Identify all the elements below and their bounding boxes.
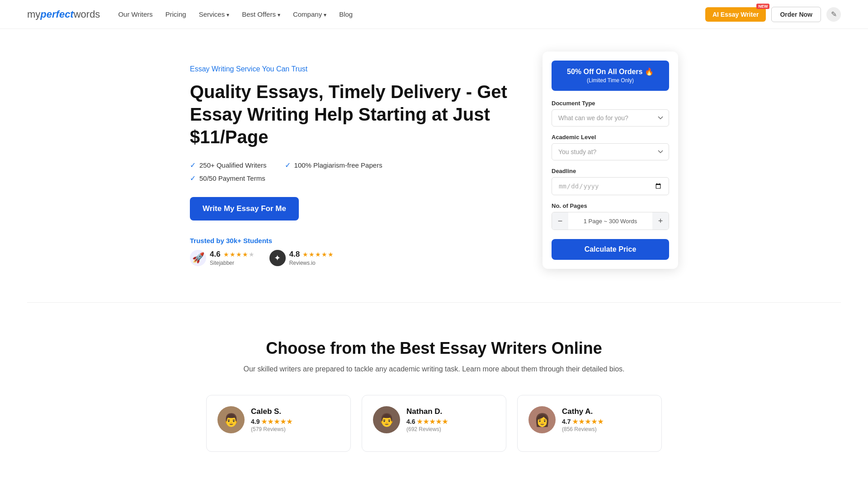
nav-best-offers[interactable]: Best Offers — [242, 10, 280, 18]
deadline-input[interactable] — [552, 177, 669, 195]
writer-header: 👨 Nathan D. 4.6 ★★★★★ (692 Reviews) — [373, 406, 495, 433]
trusted-text: Trusted by 30k+ Students — [190, 237, 524, 244]
writers-section: Choose from the Best Essay Writers Onlin… — [0, 312, 868, 479]
nav-actions: AI Essay Writer NEW Order Now ✎ — [705, 7, 841, 22]
reviewsio-score: 4.8 — [289, 250, 300, 259]
hero-features: ✓ 250+ Qualified Writers ✓ 100% Plagiari… — [190, 161, 524, 183]
check-icon-1: ✓ — [190, 161, 196, 169]
writer-rating: 4.6 ★★★★★ — [406, 418, 448, 425]
writer-stars: ★★★★★ — [261, 418, 293, 425]
hero-feature-row-1: ✓ 250+ Qualified Writers ✓ 100% Plagiari… — [190, 161, 524, 169]
nav-company[interactable]: Company — [293, 10, 326, 18]
writer-reviews: (579 Reviews) — [251, 426, 293, 432]
academic-level-group: Academic Level You study at? — [552, 134, 669, 160]
pages-label: No. of Pages — [552, 202, 669, 209]
writer-card: 👨 Nathan D. 4.6 ★★★★★ (692 Reviews) — [362, 395, 506, 452]
best-offers-chevron-icon — [278, 10, 280, 18]
reviewsio-name: Reviews.io — [289, 260, 335, 266]
calculate-price-button[interactable]: Calculate Price — [552, 239, 669, 260]
hero-feature-2: ✓ 100% Plagiarism-free Papers — [285, 161, 382, 169]
avatar: 👨 — [217, 406, 245, 433]
writer-reviews: (692 Reviews) — [406, 426, 448, 432]
doc-type-label: Document Type — [552, 100, 669, 107]
writer-stars: ★★★★★ — [572, 418, 604, 425]
pages-plus-button[interactable]: + — [652, 212, 669, 230]
ratings: 🚀 4.6 ★★★★★ Sitejabber ✦ 4.8 — [190, 250, 524, 266]
writers-title: Choose from the Best Essay Writers Onlin… — [27, 339, 841, 358]
rating-sitejabber: 🚀 4.6 ★★★★★ Sitejabber — [190, 250, 255, 266]
nav-pricing[interactable]: Pricing — [165, 10, 186, 18]
deadline-group: Deadline — [552, 168, 669, 195]
hero-section: Essay Writing Service You Can Trust Qual… — [163, 29, 705, 293]
sitejabber-name: Sitejabber — [210, 260, 255, 266]
pages-control: − 1 Page ~ 300 Words + — [552, 212, 669, 230]
writers-grid: 👨 Caleb S. 4.9 ★★★★★ (579 Reviews) 👨 Nat… — [27, 395, 841, 452]
services-chevron-icon — [226, 10, 229, 18]
deadline-label: Deadline — [552, 168, 669, 174]
hero-content: Essay Writing Service You Can Trust Qual… — [190, 56, 524, 275]
writer-reviews: (856 Reviews) — [562, 426, 604, 432]
write-my-essay-button[interactable]: Write My Essay For Me — [190, 197, 299, 221]
promo-banner: 50% Off On All Orders 🔥 (Limited Time On… — [552, 61, 669, 91]
academic-level-select[interactable]: You study at? — [552, 143, 669, 160]
trusted-count: 30k+ — [226, 237, 241, 244]
new-badge: NEW — [756, 4, 769, 9]
pages-display: 1 Page ~ 300 Words — [568, 218, 652, 225]
avatar: 👨 — [373, 406, 400, 433]
academic-level-label: Academic Level — [552, 134, 669, 141]
doc-type-group: Document Type What can we do for you? — [552, 100, 669, 127]
hero-feature-3: ✓ 50/50 Payment Terms — [190, 174, 524, 183]
nav-blog[interactable]: Blog — [339, 10, 353, 18]
section-divider — [27, 302, 841, 303]
writer-card: 👨 Caleb S. 4.9 ★★★★★ (579 Reviews) — [206, 395, 351, 452]
writer-rating: 4.9 ★★★★★ — [251, 418, 293, 425]
writer-stars: ★★★★★ — [417, 418, 448, 425]
nav-links: Our Writers Pricing Services Best Offers… — [118, 10, 705, 18]
writer-header: 👩 Cathy A. 4.7 ★★★★★ (856 Reviews) — [528, 406, 651, 433]
doc-type-select[interactable]: What can we do for you? — [552, 109, 669, 127]
writer-card: 👩 Cathy A. 4.7 ★★★★★ (856 Reviews) — [517, 395, 662, 452]
pages-minus-button[interactable]: − — [552, 212, 568, 230]
sitejabber-stars: ★★★★★ — [223, 251, 255, 258]
pages-group: No. of Pages − 1 Page ~ 300 Words + — [552, 202, 669, 230]
order-now-button[interactable]: Order Now — [771, 7, 821, 22]
writer-header: 👨 Caleb S. 4.9 ★★★★★ (579 Reviews) — [217, 406, 340, 433]
writer-name: Nathan D. — [406, 407, 448, 416]
writer-name: Cathy A. — [562, 407, 604, 416]
user-icon[interactable]: ✎ — [826, 7, 841, 22]
navbar: myperfectwords Our Writers Pricing Servi… — [0, 0, 868, 29]
hero-subtitle: Essay Writing Service You Can Trust — [190, 65, 524, 73]
sitejabber-score: 4.6 — [210, 250, 221, 259]
reviewsio-stars: ★★★★★ — [302, 251, 334, 258]
writer-rating: 4.7 ★★★★★ — [562, 418, 604, 425]
company-chevron-icon — [324, 10, 326, 18]
hero-title: Quality Essays, Timely Delivery - Get Es… — [190, 80, 524, 148]
reviewsio-logo: ✦ — [269, 250, 286, 266]
writer-name: Caleb S. — [251, 407, 293, 416]
writers-subtitle: Our skilled writers are prepared to tack… — [27, 365, 841, 373]
nav-our-writers[interactable]: Our Writers — [118, 10, 152, 18]
ai-essay-writer-button[interactable]: AI Essay Writer NEW — [705, 7, 766, 22]
trusted-section: Trusted by 30k+ Students 🚀 4.6 ★★★★★ Sit… — [190, 237, 524, 266]
nav-services[interactable]: Services — [199, 10, 230, 18]
logo[interactable]: myperfectwords — [27, 9, 100, 20]
check-icon-3: ✓ — [190, 174, 196, 183]
hero-feature-1: ✓ 250+ Qualified Writers — [190, 161, 267, 169]
check-icon-2: ✓ — [285, 161, 291, 169]
avatar: 👩 — [528, 406, 556, 433]
rating-reviewsio: ✦ 4.8 ★★★★★ Reviews.io — [269, 250, 335, 266]
sitejabber-logo: 🚀 — [190, 250, 206, 266]
order-form-card: 50% Off On All Orders 🔥 (Limited Time On… — [542, 52, 678, 269]
